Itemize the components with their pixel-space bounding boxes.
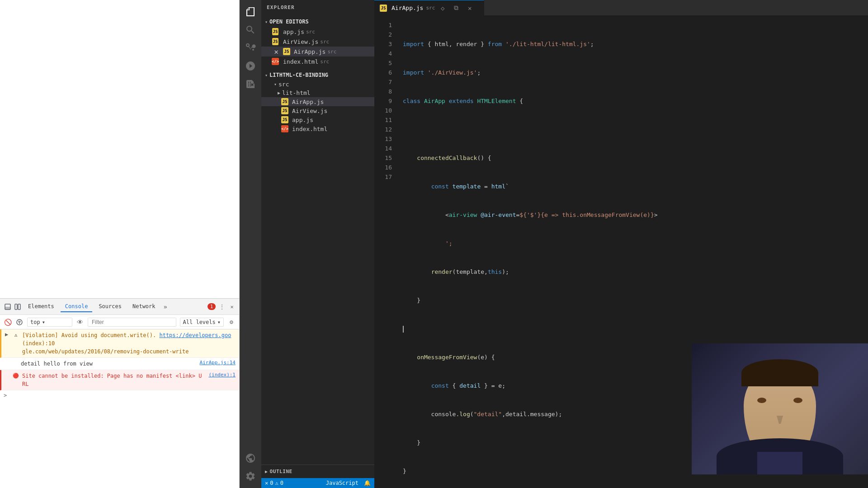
code-line-2: import './AirView.js'; [399, 68, 868, 77]
webcam-overlay [692, 343, 868, 474]
ln-9: 9 [374, 96, 392, 106]
error-count-badge: 1 [208, 303, 216, 310]
close-editor-icon[interactable]: ✕ [465, 3, 475, 13]
violation-link[interactable]: https://developers.goo [159, 332, 231, 338]
airview-js-tag: src [320, 39, 329, 45]
open-editors-header[interactable]: ▾ OPEN EDITORS [261, 17, 374, 27]
context-chevron: ▾ [42, 319, 45, 325]
nose [777, 416, 783, 424]
src-app-name: app.js [292, 117, 313, 123]
open-editor-app-js[interactable]: JS app.js src [261, 27, 374, 37]
lithtml-header[interactable]: ▾ LITHTML-CE-BINDING [261, 70, 374, 80]
activity-extensions[interactable] [242, 76, 259, 92]
activity-debug[interactable] [242, 58, 259, 74]
sidebar-title: EXPLORER [261, 0, 374, 15]
open-editor-airview-js[interactable]: JS AirView.js src [261, 37, 374, 47]
message-expand-arrow[interactable]: ▶ [5, 331, 12, 338]
code-line-3: class AirApp extends HTMLElement { [399, 96, 868, 106]
ln-15: 15 [374, 153, 392, 163]
airapp-js-tag: src [327, 49, 336, 55]
split-editor-icon[interactable]: ⧉ [451, 3, 461, 13]
src-airview-js[interactable]: JS AirView.js [261, 106, 374, 115]
left-eye [757, 398, 766, 403]
log-level-value: All levels [183, 319, 216, 325]
code-line-10: } [399, 296, 868, 305]
src-folder[interactable]: ▾ src [261, 80, 374, 89]
violation-index: (index):10 [22, 340, 55, 347]
context-value: top [30, 319, 40, 325]
open-editor-airapp-js[interactable]: ✕ JS AirApp.js src [261, 47, 374, 56]
open-editor-index-html[interactable]: </> index.html src [261, 56, 374, 66]
tab-sources[interactable]: Sources [94, 301, 126, 312]
svg-rect-1 [5, 307, 10, 310]
warning-count: 0 [280, 480, 283, 486]
pin-icon[interactable]: ◇ [438, 3, 448, 13]
devtools-tab-controls: 1 ⋮ ✕ [208, 303, 236, 310]
devtools-dock-icon[interactable] [4, 303, 12, 311]
activity-source-control[interactable] [242, 40, 259, 56]
detail-expand[interactable]: ▶ [4, 360, 11, 366]
code-line-9: render(template,this); [399, 267, 868, 277]
ln-4: 4 [374, 49, 392, 58]
status-notifications[interactable]: 🔔 [364, 480, 371, 486]
console-filter-input[interactable] [88, 318, 176, 327]
status-errors[interactable]: ✕ 0 ⚠ 0 [265, 480, 283, 486]
ln-5: 5 [374, 58, 392, 68]
tab-more[interactable]: » [162, 302, 169, 311]
activity-search[interactable] [242, 22, 259, 38]
detail-source[interactable]: AirApp.js:14 [200, 360, 236, 366]
console-filter-icon[interactable] [15, 318, 24, 326]
devtools-more-options[interactable]: ⋮ [218, 303, 226, 310]
ln-11: 11 [374, 115, 392, 125]
code-line-1: import { html, render } from './lit-html… [399, 39, 868, 49]
console-prompt-area[interactable]: > [0, 390, 239, 400]
app-js-tag: src [306, 29, 315, 35]
ln-3: 3 [374, 39, 392, 49]
console-eye-icon[interactable]: 👁 [76, 318, 84, 326]
error-expand[interactable]: ▶ [5, 372, 12, 378]
lithtml-subfolder[interactable]: ▶ lit-html [261, 89, 374, 97]
lithtml-label: LITHTML-CE-BINDING [269, 72, 328, 78]
ln-2: 2 [374, 30, 392, 39]
index-html-icon: </> [272, 57, 280, 66]
src-app-js[interactable]: JS app.js [261, 115, 374, 124]
devtools-top-area [0, 0, 239, 298]
editor-tab-airapp[interactable]: JS AirApp.js src ◇ ⧉ ✕ [374, 0, 484, 16]
ln-1: 1 [374, 20, 392, 30]
app-js-icon: JS [272, 28, 280, 36]
status-language[interactable]: JavaScript [326, 480, 359, 486]
webcam-feed [692, 343, 868, 474]
editor-tabs-bar: JS AirApp.js src ◇ ⧉ ✕ [374, 0, 868, 16]
outline-arrow: ▶ [265, 469, 268, 474]
src-index-name: index.html [292, 126, 327, 132]
devtools-panel: Elements Console Sources Network » 1 ⋮ ✕… [0, 0, 240, 488]
activity-settings[interactable] [242, 468, 259, 484]
src-arrow: ▾ [274, 82, 277, 87]
context-selector[interactable]: top ▾ [27, 318, 72, 327]
code-line-6: const template = html` [399, 182, 868, 191]
src-airapp-js[interactable]: JS AirApp.js [261, 97, 374, 106]
outline-section[interactable]: ▶ OUTLINE [261, 465, 374, 478]
tab-elements[interactable]: Elements [24, 301, 59, 312]
tab-console[interactable]: Console [61, 301, 93, 312]
code-line-7: <air-view @air-event=${'$'}{e => this.on… [399, 210, 868, 220]
activity-explorer[interactable] [242, 4, 259, 20]
ln-13: 13 [374, 134, 392, 144]
src-folder-name: src [278, 81, 289, 88]
devtools-layout-icon[interactable] [14, 303, 22, 311]
lithtml-section: ▾ LITHTML-CE-BINDING ▾ src ▶ lit-html JS… [261, 68, 374, 135]
devtools-bottom: Elements Console Sources Network » 1 ⋮ ✕… [0, 298, 239, 488]
language-label: JavaScript [326, 480, 359, 486]
console-clear-icon[interactable]: 🚫 [4, 318, 12, 326]
src-airview-icon: JS [281, 107, 288, 114]
tab-network[interactable]: Network [128, 301, 160, 312]
ln-14: 14 [374, 144, 392, 153]
console-settings-icon[interactable]: ⚙ [227, 318, 236, 326]
error-source[interactable]: (index):1 [208, 372, 236, 378]
devtools-close-button[interactable]: ✕ [228, 303, 236, 310]
airapp-dirty-icon: ✕ [272, 47, 280, 56]
src-index-html[interactable]: </> index.html [261, 124, 374, 133]
log-level-selector[interactable]: All levels ▾ [180, 318, 224, 327]
warning-icon: ⚠ [12, 331, 19, 338]
activity-remote[interactable] [242, 450, 259, 466]
